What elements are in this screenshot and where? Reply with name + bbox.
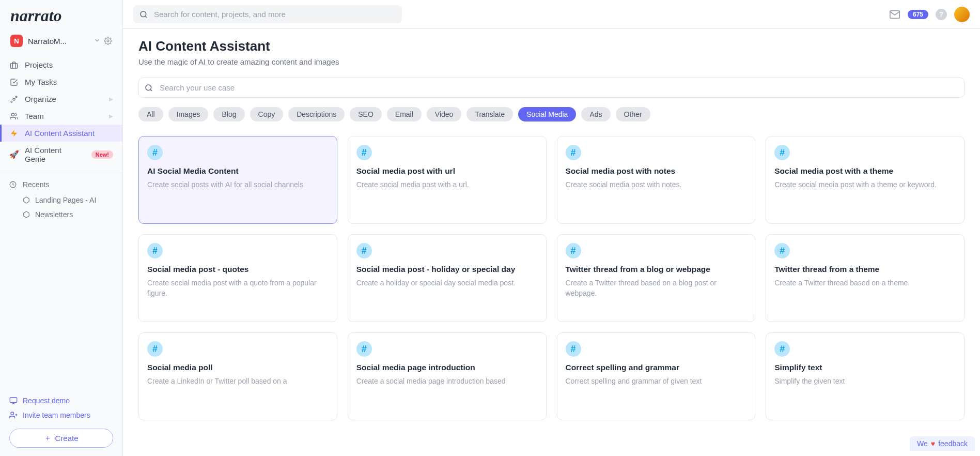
template-card[interactable]: #Simplify textSimplify the given text — [766, 332, 965, 420]
sidebar: narrato N NarratoM... Projects My Tasks … — [0, 0, 123, 456]
workspace-badge: N — [10, 35, 23, 47]
sidebar-item-team[interactable]: Team ▶ — [0, 108, 122, 125]
hash-icon: # — [566, 341, 581, 357]
topbar: 675 ? — [123, 0, 980, 29]
cube-icon — [23, 196, 30, 204]
filter-pill-images[interactable]: Images — [168, 107, 209, 121]
sidebar-item-organize[interactable]: Organize ▶ — [0, 90, 122, 108]
template-card[interactable]: #Social media page introductionCreate a … — [348, 332, 547, 420]
create-label: Create — [55, 434, 78, 443]
feedback-label: feedback — [938, 439, 968, 448]
template-card[interactable]: #Correct spelling and grammarCorrect spe… — [557, 332, 756, 420]
hash-icon: # — [356, 243, 372, 259]
svg-point-16 — [146, 85, 151, 90]
card-desc: Create social posts with AI for all soci… — [147, 180, 329, 190]
nav-section: Projects My Tasks Organize ▶ Team ▶ AI C… — [0, 54, 122, 170]
svg-rect-8 — [10, 398, 17, 402]
filter-pill-blog[interactable]: Blog — [213, 107, 244, 121]
filter-pill-ads[interactable]: Ads — [581, 107, 610, 121]
page-title: AI Content Assistant — [138, 38, 965, 54]
sliders-icon — [9, 95, 19, 103]
main: 675 ? AI Content Assistant Use the magic… — [123, 0, 980, 456]
sidebar-item-label: My Tasks — [25, 78, 57, 86]
card-desc: Create social media post with notes. — [566, 180, 747, 190]
template-card[interactable]: #Social media post with notesCreate soci… — [557, 136, 756, 224]
filter-pill-email[interactable]: Email — [387, 107, 422, 121]
template-card[interactable]: #Social media post - holiday or special … — [348, 234, 547, 322]
card-desc: Simplify the given text — [774, 376, 956, 387]
recent-item[interactable]: Newsletters — [0, 207, 122, 222]
recent-item[interactable]: Landing Pages - AI — [0, 193, 122, 207]
heart-icon: ♥ — [931, 439, 935, 448]
help-icon[interactable]: ? — [936, 9, 947, 20]
card-desc: Create a holiday or special day social m… — [356, 278, 538, 288]
card-desc: Create social media post with a url. — [356, 180, 538, 190]
sidebar-item-label: Team — [25, 112, 44, 120]
sidebar-item-label: Projects — [25, 60, 53, 69]
card-desc: Create a LinkedIn or Twitter poll based … — [147, 376, 329, 387]
filter-pill-other[interactable]: Other — [616, 107, 650, 121]
filter-pill-descriptions[interactable]: Descriptions — [288, 107, 345, 121]
brand-logo: narrato — [10, 6, 112, 25]
usecase-search-wrap — [138, 78, 965, 98]
card-title: AI Social Media Content — [147, 166, 329, 176]
chevron-right-icon: ▶ — [109, 96, 113, 102]
avatar[interactable] — [954, 7, 970, 22]
card-desc: Create a Twitter thread based on a theme… — [774, 278, 956, 288]
hash-icon: # — [356, 341, 372, 357]
recents-header: Recents — [0, 176, 122, 193]
filter-pill-video[interactable]: Video — [427, 107, 462, 121]
cards-grid: #AI Social Media ContentCreate social po… — [138, 136, 965, 420]
card-title: Correct spelling and grammar — [566, 363, 747, 372]
template-card[interactable]: #Social media pollCreate a LinkedIn or T… — [138, 332, 337, 420]
hash-icon: # — [774, 341, 790, 357]
sidebar-item-ai-genie[interactable]: 🚀 AI Content Genie New! — [0, 142, 122, 168]
sidebar-item-projects[interactable]: Projects — [0, 56, 122, 73]
recent-label: Landing Pages - AI — [35, 196, 96, 204]
global-search-input[interactable] — [133, 5, 402, 23]
sidebar-item-ai-assistant[interactable]: AI Content Assistant — [0, 125, 122, 142]
search-icon — [145, 84, 153, 92]
create-button[interactable]: ＋ Create — [9, 429, 113, 448]
template-card[interactable]: #Twitter thread from a blog or webpageCr… — [557, 234, 756, 322]
users-icon — [9, 112, 19, 120]
svg-point-3 — [15, 96, 17, 98]
gear-icon[interactable] — [104, 37, 112, 45]
plus-icon: ＋ — [44, 433, 52, 443]
sidebar-item-label: Organize — [25, 95, 56, 103]
svg-point-5 — [11, 113, 14, 116]
card-title: Social media post with a theme — [774, 166, 956, 176]
request-demo-link[interactable]: Request demo — [9, 393, 113, 408]
filter-pill-translate[interactable]: Translate — [466, 107, 513, 121]
global-search-wrap — [133, 5, 402, 23]
filter-pill-seo[interactable]: SEO — [350, 107, 382, 121]
card-title: Social media post - quotes — [147, 265, 329, 274]
template-card[interactable]: #Social media post with urlCreate social… — [348, 136, 547, 224]
content-area: AI Content Assistant Use the magic of AI… — [123, 29, 980, 456]
link-label: Invite team members — [23, 411, 90, 419]
feedback-tab[interactable]: We ♥ feedback — [910, 436, 975, 451]
chevron-down-icon[interactable] — [94, 37, 101, 45]
envelope-icon[interactable] — [889, 9, 900, 20]
monitor-icon — [9, 397, 18, 405]
filter-pill-copy[interactable]: Copy — [250, 107, 284, 121]
workspace-selector[interactable]: N NarratoM... — [0, 29, 122, 54]
svg-point-11 — [11, 412, 13, 415]
sidebar-item-label: AI Content Genie — [25, 146, 83, 163]
card-title: Twitter thread from a theme — [774, 265, 956, 274]
usecase-search-input[interactable] — [138, 78, 965, 98]
hash-icon: # — [356, 145, 372, 160]
invite-link[interactable]: Invite team members — [9, 408, 113, 422]
template-card[interactable]: #Twitter thread from a themeCreate a Twi… — [766, 234, 965, 322]
template-card[interactable]: #AI Social Media ContentCreate social po… — [138, 136, 337, 224]
credit-badge[interactable]: 675 — [908, 10, 928, 19]
sidebar-item-tasks[interactable]: My Tasks — [0, 73, 122, 90]
template-card[interactable]: #Social media post - quotesCreate social… — [138, 234, 337, 322]
filter-pill-social-media[interactable]: Social Media — [518, 107, 576, 121]
template-card[interactable]: #Social media post with a themeCreate so… — [766, 136, 965, 224]
filter-pill-all[interactable]: All — [138, 107, 163, 121]
svg-rect-1 — [10, 63, 17, 68]
card-desc: Create social media post with a theme or… — [774, 180, 956, 190]
card-title: Social media post - holiday or special d… — [356, 265, 538, 274]
card-title: Social media post with url — [356, 166, 538, 176]
